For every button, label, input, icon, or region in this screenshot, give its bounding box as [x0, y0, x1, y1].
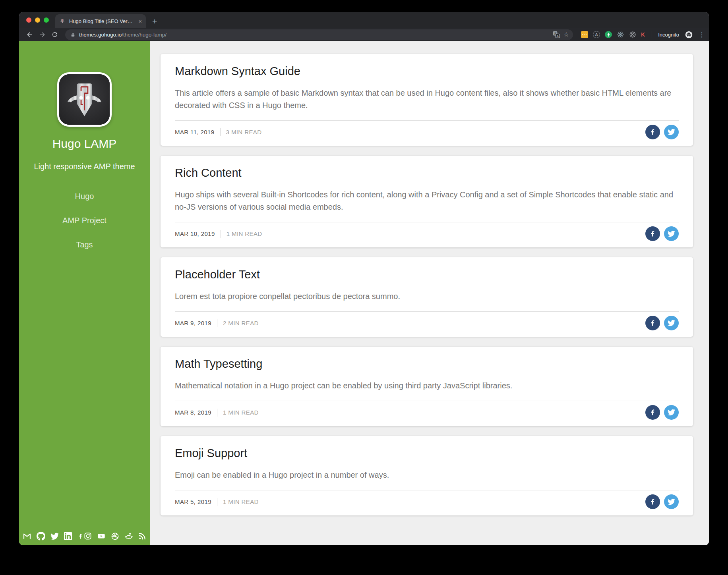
post-excerpt: This article offers a sample of basic Ma…: [175, 87, 679, 112]
site-logo[interactable]: [57, 72, 112, 127]
tab-title: Hugo Blog Title (SEO Version): [69, 18, 135, 24]
url-text: themes.gohugo.io/theme/hugo-lamp/: [79, 32, 167, 38]
site-tagline: Light responsive AMP theme: [34, 162, 135, 171]
post-read-time: 2 MIN READ: [223, 320, 259, 326]
post-title[interactable]: Math Typesetting: [175, 357, 679, 370]
address-bar[interactable]: themes.gohugo.io/theme/hugo-lamp/ 文 A ☆: [65, 29, 573, 40]
react-devtools-icon[interactable]: [617, 31, 624, 38]
youtube-icon[interactable]: [97, 532, 106, 540]
sidebar-nav: Hugo AMP Project Tags: [19, 184, 150, 257]
toolbar-separator: [651, 31, 651, 39]
facebook-share-button[interactable]: [645, 125, 660, 139]
tab-strip: Hugo Blog Title (SEO Version) × +: [19, 12, 709, 28]
forward-icon[interactable]: [37, 29, 48, 40]
incognito-label: Incognito: [658, 32, 679, 38]
window-controls: [19, 12, 55, 28]
nav-item-amp-project[interactable]: AMP Project: [19, 208, 150, 233]
post-list: Markdown Syntax Guide This article offer…: [150, 41, 709, 545]
close-window-button[interactable]: [26, 17, 31, 23]
url-host: themes.gohugo.io: [79, 32, 122, 38]
post-date: MAR 9, 2019: [175, 320, 211, 326]
amp-lightning-extension-icon[interactable]: [605, 31, 612, 38]
post-title[interactable]: Placeholder Text: [175, 268, 679, 281]
post-read-time: 1 MIN READ: [227, 230, 262, 237]
meta-divider: [217, 498, 217, 506]
reload-icon[interactable]: [49, 29, 60, 40]
post-meta: MAR 5, 2019 1 MIN READ: [175, 490, 679, 509]
linkedin-icon[interactable]: [64, 532, 72, 540]
zoom-window-button[interactable]: [44, 17, 49, 23]
twitter-share-button[interactable]: [664, 494, 679, 509]
site-title: Hugo LAMP: [52, 137, 117, 151]
post-date: MAR 8, 2019: [175, 409, 211, 416]
gmail-icon[interactable]: [23, 532, 31, 540]
dribbble-icon[interactable]: [111, 532, 119, 540]
facebook-share-button[interactable]: [645, 405, 660, 420]
twitter-share-button[interactable]: [664, 405, 679, 420]
sidebar: Hugo LAMP Light responsive AMP theme Hug…: [19, 41, 150, 545]
k-extension-icon[interactable]: K: [641, 31, 645, 38]
social-links: [23, 532, 146, 540]
kebab-menu-icon[interactable]: ⋮: [699, 31, 705, 39]
post-excerpt: Emoji can be enabled in a Hugo project i…: [175, 469, 679, 481]
facebook-share-button[interactable]: [645, 316, 660, 330]
toolbar-extensions: ··· A K Incognito: [577, 31, 705, 39]
twitter-icon[interactable]: [50, 532, 59, 540]
meta-divider: [220, 128, 221, 136]
instagram-icon[interactable]: [84, 532, 92, 540]
back-icon[interactable]: [24, 29, 35, 40]
post-excerpt: Mathematical notation in a Hugo project …: [175, 380, 679, 392]
meta-divider: [217, 319, 217, 327]
post-card: Math Typesetting Mathematical notation i…: [161, 347, 693, 426]
post-title[interactable]: Markdown Syntax Guide: [175, 65, 679, 78]
post-excerpt: Hugo ships with several Built-in Shortco…: [175, 189, 679, 213]
meta-divider: [217, 409, 217, 417]
post-read-time: 1 MIN READ: [223, 409, 259, 416]
twitter-share-button[interactable]: [664, 125, 679, 139]
post-meta: MAR 9, 2019 2 MIN READ: [175, 312, 679, 330]
twitter-share-button[interactable]: [664, 316, 679, 330]
nav-item-hugo[interactable]: Hugo: [19, 184, 150, 208]
facebook-share-button[interactable]: [645, 494, 660, 509]
post-meta: MAR 10, 2019 1 MIN READ: [175, 222, 679, 241]
target-extension-icon[interactable]: [629, 31, 636, 38]
reddit-icon[interactable]: [124, 532, 133, 540]
meta-divider: [221, 230, 221, 238]
nav-item-tags[interactable]: Tags: [19, 233, 150, 257]
yellow-dots-extension-icon[interactable]: ···: [581, 31, 588, 38]
svg-text:A: A: [556, 34, 559, 38]
browser-tab[interactable]: Hugo Blog Title (SEO Version) ×: [55, 14, 146, 28]
post-meta: MAR 8, 2019 1 MIN READ: [175, 401, 679, 420]
browser-window: Hugo Blog Title (SEO Version) × + themes…: [19, 12, 709, 545]
minimize-window-button[interactable]: [35, 17, 40, 23]
github-icon[interactable]: [37, 532, 45, 540]
bookmark-star-icon[interactable]: ☆: [563, 31, 569, 38]
browser-toolbar: themes.gohugo.io/theme/hugo-lamp/ 文 A ☆ …: [19, 28, 709, 41]
post-read-time: 1 MIN READ: [223, 498, 259, 505]
translate-icon[interactable]: 文 A: [553, 31, 560, 38]
post-card: Rich Content Hugo ships with several Bui…: [161, 156, 693, 247]
incognito-icon: [685, 31, 693, 39]
post-date: MAR 5, 2019: [175, 498, 211, 505]
post-date: MAR 10, 2019: [175, 230, 215, 237]
rss-icon[interactable]: [138, 532, 146, 540]
post-meta: MAR 11, 2019 3 MIN READ: [175, 121, 679, 139]
tab-favicon-lamp-icon: [59, 18, 66, 24]
close-tab-icon[interactable]: ×: [138, 18, 142, 24]
post-read-time: 3 MIN READ: [226, 129, 262, 135]
post-card: Markdown Syntax Guide This article offer…: [161, 54, 693, 146]
amp-a-extension-icon[interactable]: A: [593, 31, 600, 38]
facebook-icon[interactable]: [77, 533, 84, 540]
post-title[interactable]: Rich Content: [175, 166, 679, 179]
twitter-share-button[interactable]: [664, 226, 679, 241]
facebook-share-button[interactable]: [645, 226, 660, 241]
post-date: MAR 11, 2019: [175, 129, 215, 135]
post-card: Placeholder Text Lorem est tota propiore…: [161, 257, 693, 337]
post-card: Emoji Support Emoji can be enabled in a …: [161, 436, 693, 515]
post-excerpt: Lorem est tota propiore conpellat pector…: [175, 290, 679, 303]
url-path: /theme/hugo-lamp/: [122, 32, 167, 38]
new-tab-button[interactable]: +: [152, 17, 157, 25]
post-title[interactable]: Emoji Support: [175, 447, 679, 460]
lock-icon: [70, 32, 76, 38]
